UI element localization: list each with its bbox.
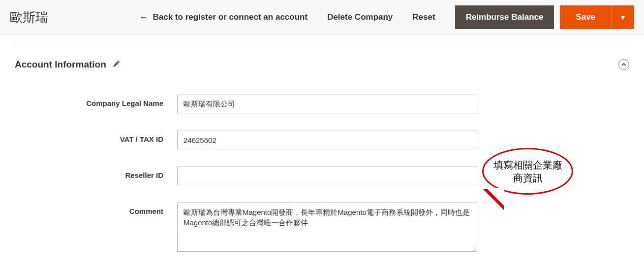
back-link[interactable]: ← Back to register or connect an account: [139, 12, 308, 23]
comment-textarea[interactable]: [177, 203, 477, 252]
vat-input[interactable]: [177, 131, 477, 149]
caret-down-icon: ▼: [619, 13, 626, 21]
form-row-legal-name: Company Legal Name: [15, 95, 629, 113]
save-button[interactable]: Save: [560, 5, 611, 29]
vat-label: VAT / TAX ID: [15, 131, 177, 143]
delete-company-link[interactable]: Delete Company: [327, 12, 393, 22]
reimburse-balance-button[interactable]: Reimburse Balance: [455, 5, 554, 29]
collapse-button[interactable]: [618, 59, 629, 70]
save-dropdown-button[interactable]: ▼: [611, 5, 634, 29]
pencil-icon[interactable]: [113, 60, 120, 69]
page-header: 歐斯瑞 ← Back to register or connect an acc…: [0, 0, 644, 35]
chevron-up-icon: [621, 62, 626, 67]
reseller-input[interactable]: [177, 167, 477, 185]
brand-name: 歐斯瑞: [10, 9, 48, 26]
legal-name-input[interactable]: [177, 95, 477, 113]
reseller-label: Reseller ID: [15, 167, 177, 179]
back-link-label: Back to register or connect an account: [153, 12, 308, 22]
section-header: Account Information: [15, 59, 629, 70]
annotation-bubble: 填寫相關企業廠商資訊: [482, 148, 573, 195]
arrow-left-icon: ←: [139, 12, 148, 23]
legal-name-label: Company Legal Name: [15, 95, 177, 107]
comment-label: Comment: [15, 203, 177, 215]
annotation-callout: 填寫相關企業廠商資訊: [482, 148, 581, 195]
form-row-vat: VAT / TAX ID: [15, 131, 629, 149]
save-button-group: Save ▼: [560, 5, 634, 29]
reset-link[interactable]: Reset: [412, 12, 435, 22]
divider: [15, 45, 629, 45]
section-title: Account Information: [15, 59, 106, 70]
form-row-comment: Comment: [15, 203, 629, 254]
